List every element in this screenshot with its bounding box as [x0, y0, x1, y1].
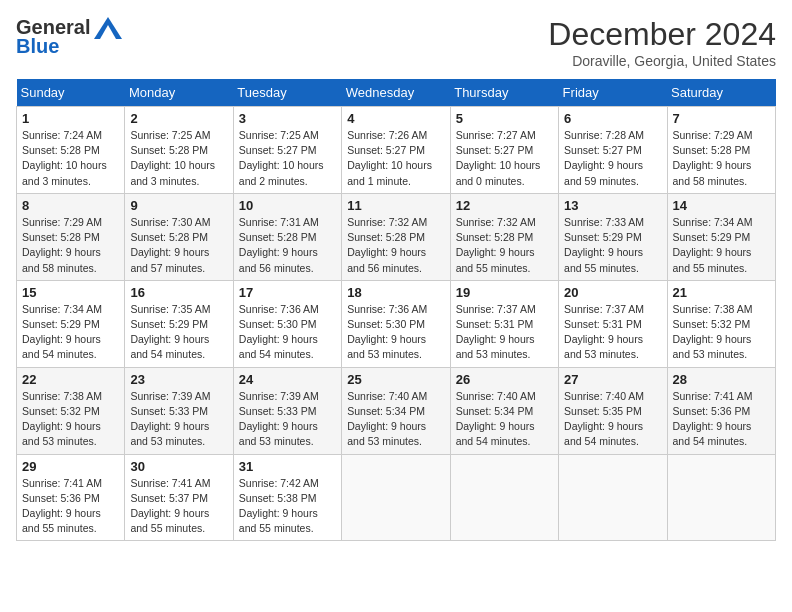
day-info: Sunrise: 7:37 AMSunset: 5:31 PMDaylight:…: [456, 302, 553, 363]
calendar-day-cell: 3Sunrise: 7:25 AMSunset: 5:27 PMDaylight…: [233, 107, 341, 194]
day-number: 5: [456, 111, 553, 126]
day-info: Sunrise: 7:41 AMSunset: 5:36 PMDaylight:…: [22, 476, 119, 537]
calendar-day-cell: 7Sunrise: 7:29 AMSunset: 5:28 PMDaylight…: [667, 107, 775, 194]
calendar-week-row: 22Sunrise: 7:38 AMSunset: 5:32 PMDayligh…: [17, 367, 776, 454]
calendar-day-cell: 24Sunrise: 7:39 AMSunset: 5:33 PMDayligh…: [233, 367, 341, 454]
day-number: 12: [456, 198, 553, 213]
day-info: Sunrise: 7:34 AMSunset: 5:29 PMDaylight:…: [673, 215, 770, 276]
day-number: 6: [564, 111, 661, 126]
day-number: 2: [130, 111, 227, 126]
calendar-week-row: 8Sunrise: 7:29 AMSunset: 5:28 PMDaylight…: [17, 193, 776, 280]
calendar-day-cell: 15Sunrise: 7:34 AMSunset: 5:29 PMDayligh…: [17, 280, 125, 367]
calendar-day-cell: 10Sunrise: 7:31 AMSunset: 5:28 PMDayligh…: [233, 193, 341, 280]
calendar-day-cell: 16Sunrise: 7:35 AMSunset: 5:29 PMDayligh…: [125, 280, 233, 367]
day-info: Sunrise: 7:34 AMSunset: 5:29 PMDaylight:…: [22, 302, 119, 363]
day-info: Sunrise: 7:39 AMSunset: 5:33 PMDaylight:…: [239, 389, 336, 450]
day-info: Sunrise: 7:25 AMSunset: 5:28 PMDaylight:…: [130, 128, 227, 189]
calendar-day-cell: 12Sunrise: 7:32 AMSunset: 5:28 PMDayligh…: [450, 193, 558, 280]
calendar-day-cell: 1Sunrise: 7:24 AMSunset: 5:28 PMDaylight…: [17, 107, 125, 194]
day-of-week-header: Tuesday: [233, 79, 341, 107]
day-info: Sunrise: 7:30 AMSunset: 5:28 PMDaylight:…: [130, 215, 227, 276]
day-number: 8: [22, 198, 119, 213]
day-info: Sunrise: 7:38 AMSunset: 5:32 PMDaylight:…: [22, 389, 119, 450]
day-number: 21: [673, 285, 770, 300]
logo: General Blue: [16, 16, 122, 58]
day-number: 18: [347, 285, 444, 300]
day-info: Sunrise: 7:36 AMSunset: 5:30 PMDaylight:…: [239, 302, 336, 363]
day-number: 28: [673, 372, 770, 387]
day-number: 1: [22, 111, 119, 126]
day-number: 13: [564, 198, 661, 213]
page-header: General Blue December 2024 Doraville, Ge…: [16, 16, 776, 69]
day-info: Sunrise: 7:38 AMSunset: 5:32 PMDaylight:…: [673, 302, 770, 363]
calendar-day-cell: 8Sunrise: 7:29 AMSunset: 5:28 PMDaylight…: [17, 193, 125, 280]
calendar-week-row: 29Sunrise: 7:41 AMSunset: 5:36 PMDayligh…: [17, 454, 776, 541]
calendar-day-cell: 9Sunrise: 7:30 AMSunset: 5:28 PMDaylight…: [125, 193, 233, 280]
calendar-day-cell: 21Sunrise: 7:38 AMSunset: 5:32 PMDayligh…: [667, 280, 775, 367]
day-of-week-header: Sunday: [17, 79, 125, 107]
day-info: Sunrise: 7:40 AMSunset: 5:34 PMDaylight:…: [347, 389, 444, 450]
calendar-day-cell: [342, 454, 450, 541]
day-info: Sunrise: 7:29 AMSunset: 5:28 PMDaylight:…: [22, 215, 119, 276]
calendar-day-cell: 17Sunrise: 7:36 AMSunset: 5:30 PMDayligh…: [233, 280, 341, 367]
day-info: Sunrise: 7:26 AMSunset: 5:27 PMDaylight:…: [347, 128, 444, 189]
logo-icon: [94, 17, 122, 39]
calendar-day-cell: [667, 454, 775, 541]
day-number: 16: [130, 285, 227, 300]
day-info: Sunrise: 7:40 AMSunset: 5:34 PMDaylight:…: [456, 389, 553, 450]
calendar-day-cell: [450, 454, 558, 541]
calendar-day-cell: 14Sunrise: 7:34 AMSunset: 5:29 PMDayligh…: [667, 193, 775, 280]
day-of-week-header: Saturday: [667, 79, 775, 107]
day-number: 4: [347, 111, 444, 126]
calendar-day-cell: 5Sunrise: 7:27 AMSunset: 5:27 PMDaylight…: [450, 107, 558, 194]
calendar-day-cell: 22Sunrise: 7:38 AMSunset: 5:32 PMDayligh…: [17, 367, 125, 454]
day-number: 10: [239, 198, 336, 213]
calendar-day-cell: 26Sunrise: 7:40 AMSunset: 5:34 PMDayligh…: [450, 367, 558, 454]
day-number: 27: [564, 372, 661, 387]
calendar-day-cell: 11Sunrise: 7:32 AMSunset: 5:28 PMDayligh…: [342, 193, 450, 280]
day-info: Sunrise: 7:24 AMSunset: 5:28 PMDaylight:…: [22, 128, 119, 189]
calendar-day-cell: 19Sunrise: 7:37 AMSunset: 5:31 PMDayligh…: [450, 280, 558, 367]
day-info: Sunrise: 7:41 AMSunset: 5:37 PMDaylight:…: [130, 476, 227, 537]
calendar-day-cell: 20Sunrise: 7:37 AMSunset: 5:31 PMDayligh…: [559, 280, 667, 367]
day-info: Sunrise: 7:28 AMSunset: 5:27 PMDaylight:…: [564, 128, 661, 189]
calendar-day-cell: 23Sunrise: 7:39 AMSunset: 5:33 PMDayligh…: [125, 367, 233, 454]
day-info: Sunrise: 7:41 AMSunset: 5:36 PMDaylight:…: [673, 389, 770, 450]
day-number: 30: [130, 459, 227, 474]
calendar-day-cell: 27Sunrise: 7:40 AMSunset: 5:35 PMDayligh…: [559, 367, 667, 454]
day-info: Sunrise: 7:29 AMSunset: 5:28 PMDaylight:…: [673, 128, 770, 189]
calendar-header-row: SundayMondayTuesdayWednesdayThursdayFrid…: [17, 79, 776, 107]
day-info: Sunrise: 7:36 AMSunset: 5:30 PMDaylight:…: [347, 302, 444, 363]
day-info: Sunrise: 7:40 AMSunset: 5:35 PMDaylight:…: [564, 389, 661, 450]
day-info: Sunrise: 7:25 AMSunset: 5:27 PMDaylight:…: [239, 128, 336, 189]
day-number: 23: [130, 372, 227, 387]
title-block: December 2024 Doraville, Georgia, United…: [548, 16, 776, 69]
month-title: December 2024: [548, 16, 776, 53]
day-info: Sunrise: 7:39 AMSunset: 5:33 PMDaylight:…: [130, 389, 227, 450]
day-info: Sunrise: 7:32 AMSunset: 5:28 PMDaylight:…: [347, 215, 444, 276]
calendar-day-cell: 18Sunrise: 7:36 AMSunset: 5:30 PMDayligh…: [342, 280, 450, 367]
day-info: Sunrise: 7:27 AMSunset: 5:27 PMDaylight:…: [456, 128, 553, 189]
day-number: 22: [22, 372, 119, 387]
day-number: 3: [239, 111, 336, 126]
day-info: Sunrise: 7:33 AMSunset: 5:29 PMDaylight:…: [564, 215, 661, 276]
calendar-week-row: 1Sunrise: 7:24 AMSunset: 5:28 PMDaylight…: [17, 107, 776, 194]
day-number: 20: [564, 285, 661, 300]
day-of-week-header: Wednesday: [342, 79, 450, 107]
day-of-week-header: Thursday: [450, 79, 558, 107]
day-number: 17: [239, 285, 336, 300]
day-info: Sunrise: 7:42 AMSunset: 5:38 PMDaylight:…: [239, 476, 336, 537]
day-number: 26: [456, 372, 553, 387]
logo-blue: Blue: [16, 35, 59, 58]
calendar-day-cell: 2Sunrise: 7:25 AMSunset: 5:28 PMDaylight…: [125, 107, 233, 194]
day-info: Sunrise: 7:32 AMSunset: 5:28 PMDaylight:…: [456, 215, 553, 276]
calendar-day-cell: 6Sunrise: 7:28 AMSunset: 5:27 PMDaylight…: [559, 107, 667, 194]
calendar-day-cell: 4Sunrise: 7:26 AMSunset: 5:27 PMDaylight…: [342, 107, 450, 194]
calendar-table: SundayMondayTuesdayWednesdayThursdayFrid…: [16, 79, 776, 541]
day-of-week-header: Friday: [559, 79, 667, 107]
calendar-day-cell: 28Sunrise: 7:41 AMSunset: 5:36 PMDayligh…: [667, 367, 775, 454]
day-of-week-header: Monday: [125, 79, 233, 107]
calendar-day-cell: 13Sunrise: 7:33 AMSunset: 5:29 PMDayligh…: [559, 193, 667, 280]
day-number: 29: [22, 459, 119, 474]
day-number: 11: [347, 198, 444, 213]
